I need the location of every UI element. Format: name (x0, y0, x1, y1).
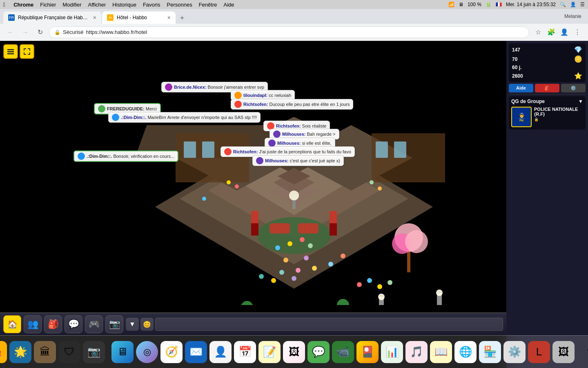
svg-point-38 (312, 266, 317, 271)
apple-logo[interactable]:  (3, 1, 5, 8)
toolbar-friends-btn[interactable]: 💬 (65, 315, 82, 333)
user-avatar-icon[interactable]: 👤 (570, 2, 576, 7)
addressbar-right: ☆ 🧩 👤 ⋮ (532, 27, 583, 38)
dock-numbers[interactable]: 📊 (381, 341, 403, 363)
tab-favicon-habbo: H (107, 14, 114, 21)
dock-calendar[interactable]: 📅 (234, 341, 256, 363)
group-panel: QG de Groupe ▼ 👮 PN POLICE NATIONALE {R.… (509, 96, 586, 130)
svg-point-34 (283, 258, 288, 263)
new-tab-button[interactable]: + (176, 12, 188, 24)
dock-messages[interactable]: 💬 (307, 341, 330, 363)
chat-text-input[interactable] (155, 318, 503, 331)
tab-label-republique: République Française de Habb… (18, 15, 88, 20)
dock-habbo4[interactable]: 🛡 (58, 341, 80, 363)
svg-point-52 (388, 280, 392, 285)
group-badge: 👮 PN (511, 107, 532, 127)
fullscreen-btn[interactable] (20, 44, 34, 59)
back-button[interactable]: ← (5, 27, 16, 38)
svg-rect-16 (270, 223, 290, 233)
extension-icon[interactable]: 🧩 (546, 27, 557, 38)
dock-habbo1[interactable]: 🎪 (0, 341, 7, 363)
svg-marker-21 (330, 211, 337, 223)
toolbar-game-btn[interactable]: 🎮 (85, 315, 103, 333)
dock-safari[interactable]: 🧭 (160, 341, 183, 363)
chat-mode-btn[interactable]: ▼ (126, 318, 139, 331)
dock-chrome[interactable]: 🌐 (454, 341, 477, 363)
dock-finder[interactable]: 🖥 (111, 341, 134, 363)
url-bar[interactable]: 🔒 Sécurisé https://www.habbo.fr/hotel (49, 27, 529, 38)
profile-icon[interactable]: 👤 (559, 27, 570, 38)
dock-mail[interactable]: ✉️ (185, 341, 207, 363)
secure-icon: 🔒 (54, 29, 60, 35)
tab-close-republique[interactable]: × (93, 14, 96, 21)
svg-point-50 (367, 278, 372, 283)
dock-siri[interactable]: ◎ (136, 341, 158, 363)
chat-bubble-richtsofen-1: Richtsofen: Ducoup elle peu pas etre éli… (231, 99, 353, 110)
dock-habbo2[interactable]: 🌟 (9, 341, 31, 363)
group-dropdown-icon[interactable]: ▼ (578, 99, 583, 104)
coins-amount: 70 (512, 56, 517, 62)
menu-afficher[interactable]: Afficher (88, 2, 106, 8)
svg-rect-0 (7, 49, 14, 50)
toolbar-group-btn[interactable]: 👥 (24, 315, 42, 333)
svg-point-31 (300, 237, 305, 242)
menu-favoris[interactable]: Favoris (143, 2, 160, 8)
tab-republique[interactable]: FR République Française de Habb… × (3, 11, 101, 24)
search-icon[interactable]: 🔍 (560, 2, 566, 7)
dock-photos[interactable]: 🖼 (283, 341, 305, 363)
reload-button[interactable]: ↻ (34, 27, 46, 38)
action-btn-red[interactable]: 🎒 (535, 84, 559, 92)
dock-habbo5[interactable]: 📷 (83, 341, 105, 363)
dock-notes[interactable]: 📝 (258, 341, 281, 363)
forward-button[interactable]: → (20, 27, 31, 38)
toolbar-inventory-btn[interactable]: 🎒 (44, 315, 62, 333)
dock-music[interactable]: 🎵 (405, 341, 428, 363)
game-controls-top-left (3, 44, 34, 59)
menu-fichier[interactable]: Fichier (40, 2, 56, 8)
menu-historique[interactable]: Historique (112, 2, 136, 8)
game-area[interactable]: Brice.de.Nicex: Bonsoir j'aimerais entre… (0, 41, 588, 368)
dock: 🎪 🌟 🏛 🛡 📷 🖥 ◎ 🧭 ✉️ 👤 📅 📝 🖼 💬 📹 🎴 (0, 335, 588, 368)
menu-aide[interactable]: Aide (223, 2, 234, 8)
dock-habbo3[interactable]: 🏛 (34, 341, 56, 363)
svg-point-60 (436, 289, 443, 296)
more-options-icon[interactable]: ⋮ (572, 27, 583, 38)
tab-habbo[interactable]: H Hôtel - Habbo × (102, 11, 176, 24)
browser-window: FR République Française de Habb… × H Hôt… (0, 9, 588, 368)
svg-point-44 (227, 180, 231, 184)
dock-facetime[interactable]: 📹 (332, 341, 354, 363)
toggle-btn[interactable] (3, 44, 18, 59)
menu-personnes[interactable]: Personnes (167, 2, 192, 8)
menu-fenetre[interactable]: Fenêtre (199, 2, 217, 8)
dock-trash[interactable]: 🗑 (581, 341, 588, 363)
dock-sysprefs[interactable]: ⚙️ (503, 341, 526, 363)
tab-favicon-fr: FR (8, 14, 15, 21)
tab-close-habbo[interactable]: × (167, 14, 171, 21)
toolbar-home-btn[interactable]: 🏠 (3, 315, 21, 333)
dock-appstore[interactable]: 🏪 (479, 341, 501, 363)
coins-icon: 🪙 (574, 55, 582, 63)
group-header: QG de Groupe ▼ (511, 99, 583, 104)
address-bar: ← → ↻ 🔒 Sécurisé https://www.habbo.fr/ho… (0, 24, 588, 41)
menubar:  Chrome Fichier Modifier Afficher Histo… (0, 0, 588, 9)
menu-extra-icon[interactable]: ☰ (580, 2, 585, 7)
datetime: Mer. 14 juin à 23:55:32 (506, 2, 556, 7)
bookmark-icon[interactable]: ☆ (532, 27, 544, 38)
action-btn-gear[interactable]: ⚙️ (561, 84, 586, 92)
toolbar-camera-btn[interactable]: 📷 (105, 315, 123, 333)
battery-icon: 🔋 (486, 2, 492, 7)
dock-imgviewer[interactable]: 🖼 (552, 341, 575, 363)
aide-button[interactable]: Aide (509, 84, 533, 92)
dock-lexique[interactable]: L (528, 341, 550, 363)
dock-contacts[interactable]: 👤 (209, 341, 232, 363)
currency-panel: 147 💎 70 🪙 60 j. 2600 ⭐ (509, 43, 586, 82)
chat-emotion-btn[interactable]: 😊 (140, 318, 154, 331)
chrome-user-label: Melanie (561, 13, 585, 19)
svg-point-45 (235, 184, 239, 188)
dock-iphoto[interactable]: 🎴 (356, 341, 379, 363)
svg-point-36 (279, 270, 284, 275)
menu-modifier[interactable]: Modifier (62, 2, 81, 8)
dock-books[interactable]: 📖 (430, 341, 452, 363)
menu-chrome[interactable]: Chrome (13, 2, 33, 8)
habbo-action-buttons: Aide 🎒 ⚙️ (509, 84, 586, 92)
